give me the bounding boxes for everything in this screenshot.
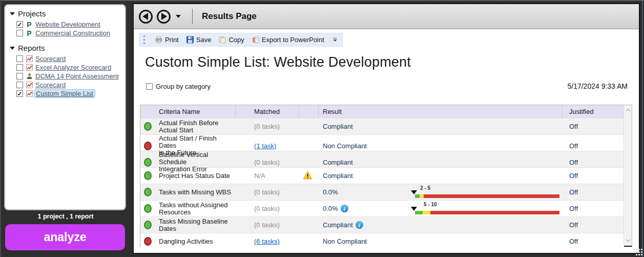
header-divider xyxy=(192,9,193,24)
info-icon[interactable]: i xyxy=(356,221,363,229)
selection-sidebar: Projects ✓ P Website Development P Comme… xyxy=(4,4,126,210)
toolbar-button-label: Copy xyxy=(228,36,244,44)
criteria-table: Criteria Name Matched Result Justified A… xyxy=(140,105,632,247)
matched-tasks-link[interactable]: (1 task) xyxy=(254,142,276,150)
report-link[interactable]: Excel Analyzer Scorecard xyxy=(35,64,111,71)
report-timestamp: 5/17/2024 9:33 AM xyxy=(567,82,628,90)
project-checkbox[interactable] xyxy=(16,30,23,36)
results-window: Results Page Print Save Copy Export to P… xyxy=(133,3,640,254)
report-list-item[interactable]: ✓ Custom Simple List xyxy=(16,89,123,98)
chart-icon xyxy=(26,64,33,71)
analyze-button[interactable]: analyze xyxy=(5,224,125,250)
table-row[interactable]: Actual Start / Finish Dates in the Futur… xyxy=(140,134,624,151)
group-by-checkbox[interactable] xyxy=(146,83,153,90)
status-circle-icon xyxy=(144,237,152,246)
forward-button[interactable] xyxy=(157,10,171,24)
table-row[interactable]: Actual Finish Before Actual Start (0 tas… xyxy=(140,118,624,134)
justified-value: Off xyxy=(563,217,624,233)
report-checkbox[interactable] xyxy=(16,64,23,71)
report-link[interactable]: Scorecard xyxy=(35,55,66,63)
matched-column-header[interactable]: Matched xyxy=(236,105,299,118)
status-circle-icon xyxy=(144,142,152,150)
status-circle-icon xyxy=(144,122,152,131)
table-row[interactable]: Tasks without Assigned Resources (0 task… xyxy=(140,200,624,216)
projects-header[interactable]: Projects xyxy=(7,8,123,19)
history-dropdown-icon[interactable] xyxy=(176,15,181,18)
result-value: Compliant xyxy=(323,159,353,166)
export-powerpoint-icon xyxy=(252,36,259,44)
project-checkbox[interactable]: ✓ xyxy=(16,21,23,28)
justified-column-header[interactable]: Justified xyxy=(563,105,624,118)
report-checkbox[interactable] xyxy=(16,55,23,62)
project-list-item[interactable]: ✓ P Website Development xyxy=(16,20,123,29)
export-to-powerpoint-button[interactable]: Export to PowerPoint xyxy=(252,36,324,44)
scroll-down-icon[interactable] xyxy=(624,236,632,245)
status-column-header xyxy=(140,105,155,118)
save-button[interactable]: Save xyxy=(186,36,212,44)
report-title: Custom Simple List: Website Development xyxy=(145,54,411,70)
table-row[interactable]: Tasks with Missing WBS (0 tasks) 0.0% i … xyxy=(140,184,624,200)
table-row[interactable]: Dangling Activities (6 tasks) Non Compli… xyxy=(140,233,624,249)
collapse-arrow-icon[interactable] xyxy=(10,47,15,50)
scroll-up-icon[interactable] xyxy=(624,106,632,114)
justified-value: Off xyxy=(563,201,624,216)
report-checkbox[interactable] xyxy=(16,82,23,88)
matched-count: (0 tasks) xyxy=(254,205,280,212)
report-list-item[interactable]: DCMA 14 Point Assessment xyxy=(16,72,123,81)
criteria-name: Tasks with Missing WBS xyxy=(155,184,236,200)
table-row[interactable]: Baseline Vertical Schedule Integration E… xyxy=(140,151,624,167)
info-icon[interactable]: i xyxy=(341,205,348,212)
criteria-column-header[interactable]: Criteria Name xyxy=(155,105,236,118)
threshold-column-header xyxy=(411,105,563,118)
report-list-item[interactable]: Scorecard xyxy=(16,81,123,89)
report-list-item[interactable]: Excel Analyzer Scorecard xyxy=(16,63,123,72)
reports-header[interactable]: Reports xyxy=(7,43,123,53)
table-row[interactable]: Tasks Missing Baseline Dates (0 tasks) C… xyxy=(140,216,624,233)
print-button[interactable]: Print xyxy=(155,36,179,44)
criteria-name: Tasks without Assigned Resources xyxy=(155,201,236,216)
printer-icon xyxy=(155,36,162,44)
project-list-item[interactable]: P Commercial Construction xyxy=(16,29,123,37)
warning-column-header xyxy=(299,105,319,118)
copy-button[interactable]: Copy xyxy=(219,36,244,44)
actions-toolbar: Print Save Copy Export to PowerPoint xyxy=(139,33,343,47)
result-value: Non Compliant xyxy=(323,238,367,245)
chart-icon xyxy=(26,90,33,97)
threshold-track xyxy=(415,194,559,198)
threshold-marker-icon xyxy=(411,207,417,211)
matched-tasks-link[interactable]: (6 tasks) xyxy=(254,238,280,245)
threshold-bar: 5 - 10 xyxy=(415,201,559,216)
report-link[interactable]: Scorecard xyxy=(35,81,66,89)
back-button[interactable] xyxy=(139,10,153,24)
report-link[interactable]: Custom Simple List xyxy=(34,89,95,98)
table-header-row: Criteria Name Matched Result Justified xyxy=(140,105,624,118)
table-row[interactable]: Project Has Status Date N/A Compliant i … xyxy=(140,167,624,184)
threshold-bar: 2 - 5 xyxy=(415,184,559,200)
toolbar-grip-icon[interactable] xyxy=(143,35,147,44)
window-resize-grip[interactable] xyxy=(636,249,642,255)
report-list-item[interactable]: Scorecard xyxy=(16,54,123,63)
matched-count: (0 tasks) xyxy=(254,159,280,166)
report-link[interactable]: DCMA 14 Point Assessment xyxy=(35,72,119,80)
result-column-header[interactable]: Result xyxy=(319,105,411,118)
toolbar-button-label: Save xyxy=(196,36,212,44)
matched-count: (0 tasks) xyxy=(254,188,280,196)
group-by-category-toggle[interactable]: Group by category xyxy=(146,83,211,90)
save-disk-icon xyxy=(186,36,194,44)
collapse-arrow-icon[interactable] xyxy=(10,12,15,15)
justified-value: Off xyxy=(563,233,624,249)
status-circle-icon xyxy=(144,204,152,213)
report-checkbox[interactable] xyxy=(16,73,23,80)
toolbar-overflow-icon[interactable] xyxy=(333,38,337,42)
report-checkbox[interactable]: ✓ xyxy=(16,90,23,97)
reports-header-label: Reports xyxy=(18,44,45,52)
table-scrollbar[interactable] xyxy=(624,105,632,246)
justified-value: Off xyxy=(563,168,624,184)
report-controls-row: Group by category 5/17/2024 9:33 AM xyxy=(146,82,628,90)
project-link[interactable]: Commercial Construction xyxy=(35,29,110,37)
project-link[interactable]: Website Development xyxy=(35,21,100,28)
result-value: Compliant xyxy=(323,221,353,229)
justified-value: Off xyxy=(563,118,624,134)
matched-count: (0 tasks) xyxy=(254,123,280,130)
toolbar-button-label: Print xyxy=(165,36,179,44)
